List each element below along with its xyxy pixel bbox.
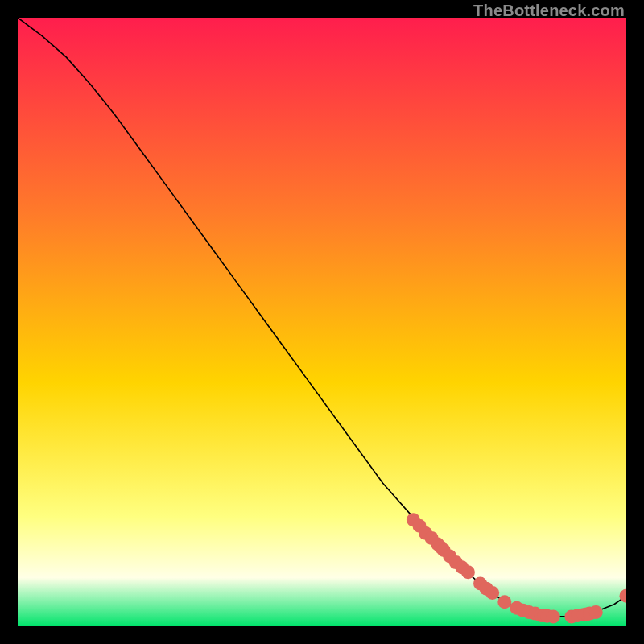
marker-point [497,595,511,609]
bottleneck-curve-plot [18,18,626,626]
gradient-background [18,18,626,626]
marker-point [461,565,475,579]
marker-point [547,609,560,623]
marker-point [485,586,499,600]
marker-point [589,605,603,619]
watermark-text: TheBottleneck.com [473,2,625,20]
figure-container: TheBottleneck.com [0,0,644,644]
